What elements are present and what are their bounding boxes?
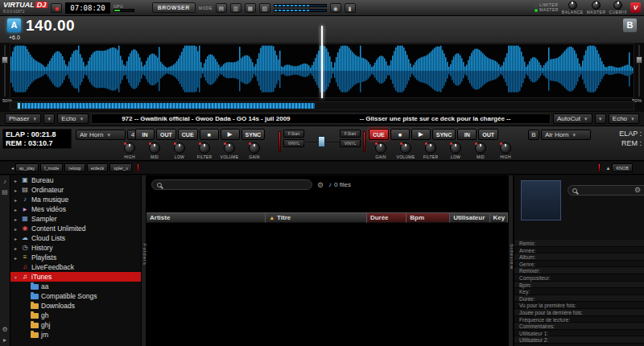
deck-b-vinyl-toggle[interactable]: VINYL xyxy=(340,139,361,147)
disclosure-arrow[interactable]: ▸ xyxy=(13,226,19,232)
knob-low[interactable]: LOW xyxy=(447,142,464,159)
knob-dial[interactable] xyxy=(224,142,235,154)
column-header-durée[interactable]: Durée xyxy=(367,212,407,223)
deck-b-fx1-options[interactable]: ▼ xyxy=(595,113,606,124)
disclosure-arrow[interactable]: ▸ xyxy=(13,255,19,261)
knob-page-button[interactable]: KNOB xyxy=(612,163,633,172)
knob-high[interactable]: HIGH xyxy=(497,142,514,159)
sidebar-item-gh[interactable]: gh xyxy=(10,311,141,320)
knob-gain[interactable]: GAIN xyxy=(246,142,263,159)
sidebar-item-aa[interactable]: aa xyxy=(10,282,141,291)
sidebar-item-bureau[interactable]: ▸Bureau xyxy=(10,175,141,185)
knob-dial[interactable] xyxy=(149,142,160,154)
layout-panel-4-icon[interactable]: ▧ xyxy=(259,3,270,13)
expand-icon[interactable]: ▸ xyxy=(3,336,6,344)
knob-dial[interactable] xyxy=(450,142,461,154)
sidebar-item-sampler[interactable]: ▸Sampler xyxy=(10,214,141,224)
deck-b-sampler-select[interactable]: Air Horn ▼ xyxy=(541,130,591,140)
deck-b-fstart-toggle[interactable]: F.Start xyxy=(340,130,361,138)
deck-b-sync-button[interactable]: SYNC xyxy=(432,129,456,140)
search-input[interactable] xyxy=(165,180,307,189)
knob-filter[interactable]: FILTER xyxy=(422,142,440,159)
sidebar-item-content-unlimited[interactable]: ▸Content Unlimited xyxy=(10,224,141,233)
sidebar-item-downloads[interactable]: Downloads xyxy=(10,301,141,311)
layout-panel-2-icon[interactable]: ▥ xyxy=(230,3,242,13)
knob-volume[interactable]: VOLUME xyxy=(397,142,415,159)
pads-scroll-left-icon[interactable]: ◂ xyxy=(11,165,14,171)
deck-a-sampler-select[interactable]: Air Horn ▼ xyxy=(76,130,126,140)
deck-a-in-button[interactable]: IN xyxy=(135,129,155,140)
master-volume-knob[interactable]: MASTER xyxy=(587,1,606,14)
deck-b-badge[interactable]: B xyxy=(623,19,637,32)
cuemix-knob-dial[interactable] xyxy=(613,1,622,10)
record-panel-icon[interactable]: ◉ xyxy=(330,3,341,13)
disclosure-arrow[interactable]: ▾ xyxy=(13,274,19,280)
sidebar-item-history[interactable]: ▸History xyxy=(10,243,141,253)
knob-mid[interactable]: MID xyxy=(146,142,163,159)
column-header-key[interactable]: Key xyxy=(490,212,508,223)
disclosure-arrow[interactable]: ▸ xyxy=(13,216,19,222)
deck-a-fstart-toggle[interactable]: F.Start xyxy=(283,130,304,138)
crossfader[interactable] xyxy=(303,136,341,147)
balance-knob[interactable]: BALANCE xyxy=(562,1,584,14)
sampler-pad-erdeck[interactable]: erdeck xyxy=(87,163,109,172)
balance-knob-dial[interactable] xyxy=(568,1,577,10)
deck-a-out-button[interactable]: OUT xyxy=(156,129,176,140)
knob-high[interactable]: HIGH xyxy=(121,142,138,159)
sampler-pad-reloop[interactable]: reloop xyxy=(64,163,85,172)
deck-a-fx1-options[interactable]: ▼ xyxy=(43,113,55,124)
column-header-utilisateur[interactable]: Utilisateur xyxy=(450,212,489,223)
deck-b-deck-select[interactable]: B xyxy=(528,130,539,140)
mic-panel-icon[interactable]: ▮ xyxy=(345,3,356,13)
pitch-slider-handle[interactable] xyxy=(636,56,642,64)
folders-collapse-strip[interactable]: Folders xyxy=(141,175,147,346)
knob-dial[interactable] xyxy=(124,142,135,154)
knob-dial[interactable] xyxy=(174,142,185,154)
disclosure-arrow[interactable]: ▸ xyxy=(13,207,19,212)
sidebar-item-ghj[interactable]: ghj xyxy=(10,320,141,330)
sampler-pad-xpler_v[interactable]: xpler_v xyxy=(109,163,132,172)
deck-a-vinyl-toggle[interactable]: VINYL xyxy=(283,139,304,147)
search-options-gear-icon[interactable]: ⚙ xyxy=(317,181,324,189)
knob-dial[interactable] xyxy=(400,142,411,154)
overview-cue-marker[interactable] xyxy=(17,102,21,109)
deck-a-fx1-select[interactable]: Phaser ▼ xyxy=(5,113,41,124)
column-header-titre[interactable]: ▲Titre xyxy=(266,212,367,223)
sidebar-item-playlists[interactable]: ▸Playlists xyxy=(10,253,141,262)
deck-b-out-button[interactable]: OUT xyxy=(478,129,498,140)
knob-filter[interactable]: FILTER xyxy=(196,142,213,159)
list-view-icon[interactable]: ▤ xyxy=(2,188,8,196)
knob-gain[interactable]: GAIN xyxy=(372,142,390,159)
knob-low[interactable]: LOW xyxy=(171,142,188,159)
knob-dial[interactable] xyxy=(375,142,386,154)
sidebar-item-compatible-songs[interactable]: Compatible Songs xyxy=(10,291,141,301)
disclosure-arrow[interactable]: ▸ xyxy=(13,245,19,251)
sidebar-item-ordinateur[interactable]: ▸Ordinateur xyxy=(10,185,141,195)
power-button[interactable] xyxy=(51,3,62,13)
deck-b-stop-button[interactable]: ■ xyxy=(390,129,410,140)
cuemix-knob[interactable]: CUEMIX xyxy=(609,1,627,14)
deck-b-fx2-select[interactable]: Echo ▼ xyxy=(609,113,639,124)
crossfader-handle[interactable] xyxy=(318,136,325,147)
knob-dial[interactable] xyxy=(475,142,486,154)
master-knob-dial[interactable] xyxy=(592,1,601,10)
search-box[interactable] xyxy=(151,179,312,190)
pitch-slider-handle[interactable] xyxy=(2,56,8,64)
column-header-artiste[interactable]: Artiste xyxy=(147,212,266,223)
track-overview-bar[interactable] xyxy=(10,101,634,110)
sidebar-item-itunes[interactable]: ▾iTunes xyxy=(10,272,141,282)
disclosure-arrow[interactable]: ▸ xyxy=(13,197,19,203)
deck-a-stop-button[interactable]: ■ xyxy=(200,129,219,140)
deck-b-cue-button[interactable]: CUE xyxy=(369,129,389,140)
sideview-collapse-strip[interactable]: Sideview xyxy=(508,175,514,346)
disclosure-arrow[interactable]: ▸ xyxy=(13,178,19,183)
info-search-box[interactable] xyxy=(568,185,644,196)
sampler-pad-f_mode[interactable]: f_mode xyxy=(40,163,63,172)
deck-a-fx2-select[interactable]: Echo ▼ xyxy=(57,113,88,124)
sidebar-item-ma-musique[interactable]: ▸Ma musique xyxy=(10,195,141,204)
sampler-pad-ay_play[interactable]: ay_play xyxy=(15,163,39,172)
deck-a-sync-button[interactable]: SYNC xyxy=(242,129,265,140)
deck-a-badge[interactable]: A xyxy=(7,19,21,32)
layout-panel-3-icon[interactable]: ▦ xyxy=(245,3,256,13)
info-gear-icon[interactable]: ⚙ xyxy=(634,186,641,194)
